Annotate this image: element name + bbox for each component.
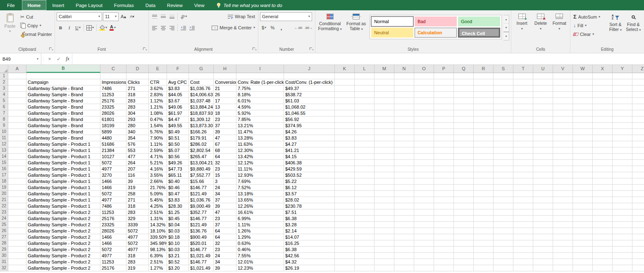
cell-X30[interactable] [593,253,613,259]
cell-X14[interactable] [593,154,613,160]
cell-X6[interactable] [593,104,613,110]
cell-J15[interactable]: $406.38 [284,160,335,166]
cell-E21[interactable]: 5.45% [149,197,167,203]
cell-J20[interactable]: $3.57 [284,191,335,197]
cell-L30[interactable] [355,253,374,259]
cell-F8[interactable]: $4.47 [167,116,189,123]
cell-C30[interactable]: 4977 [100,253,126,259]
cell-G26[interactable]: $136.76 [189,228,214,234]
cell-R6[interactable] [474,104,494,110]
cell-R32[interactable] [474,265,494,271]
cell-R28[interactable] [474,240,494,247]
cell-W32[interactable] [573,265,593,271]
cell-J27[interactable]: $14.07 [284,234,335,240]
cell-C15[interactable]: 5072 [100,160,126,166]
cell-K16[interactable] [335,166,355,172]
cell-I29[interactable]: 0.46% [236,247,284,253]
cell-C31[interactable]: 11253 [100,259,126,265]
row-header-13[interactable]: 13 [0,147,8,154]
cell-L6[interactable] [355,104,374,110]
cell-X10[interactable] [593,129,613,135]
cell-P25[interactable] [434,222,454,228]
cell-C4[interactable]: 11253 [100,92,126,98]
cell-D11[interactable]: 354 [126,135,149,141]
cell-G3[interactable]: $1,036.76 [189,85,214,92]
cell-G21[interactable]: $1,036.76 [189,197,214,203]
cell-Z24[interactable] [632,216,644,222]
cell-Y31[interactable] [613,259,632,265]
cell-Z12[interactable] [632,141,644,147]
cell-G1[interactable] [189,73,214,79]
cell-Q28[interactable] [454,240,474,247]
cell-T19[interactable] [513,185,533,191]
cell-Q23[interactable] [454,209,474,216]
cell-D19[interactable]: 319 [126,185,149,191]
cell-A16[interactable] [8,166,26,172]
cell-R3[interactable] [474,85,494,92]
format-painter-button[interactable]: Format Painter [19,30,53,38]
cell-W18[interactable] [573,178,593,185]
cell-Y23[interactable] [613,209,632,216]
cell-A1[interactable] [8,73,26,79]
cell-P11[interactable] [434,135,454,141]
cell-F5[interactable]: $3.67 [167,98,189,104]
cell-W21[interactable] [573,197,593,203]
tab-page-layout[interactable]: Page Layout [70,0,108,10]
cell-E24[interactable]: 1.31% [149,216,167,222]
cell-Z25[interactable] [632,222,644,228]
cell-X24[interactable] [593,216,613,222]
enter-button[interactable]: ✓ [54,53,63,64]
column-header-R[interactable]: R [474,65,494,73]
cell-A20[interactable] [8,191,26,197]
cell-X5[interactable] [593,98,613,104]
cell-P31[interactable] [434,259,454,265]
cell-J1[interactable] [284,73,335,79]
cell-P10[interactable] [434,129,454,135]
percent-style-button[interactable]: % [269,24,277,32]
cell-W23[interactable] [573,209,593,216]
cell-A31[interactable] [8,259,26,265]
cell-F31[interactable]: $0.52 [167,259,189,265]
copy-button[interactable]: Copy ▾ [19,21,53,30]
cell-L22[interactable] [355,203,374,209]
cell-K5[interactable] [335,98,355,104]
cell-Z4[interactable] [632,92,644,98]
cell-X13[interactable] [593,147,613,154]
cell-P5[interactable] [434,98,454,104]
cell-Y21[interactable] [613,197,632,203]
cell-J12[interactable]: $4.27 [284,141,335,147]
cell-C14[interactable]: 10127 [100,154,126,160]
sort-filter-button[interactable]: AZ Sort & Filter ▾ [606,12,624,46]
cell-G28[interactable]: $520.01 [189,240,214,247]
cell-R19[interactable] [474,185,494,191]
cell-K11[interactable] [335,135,355,141]
cell-U23[interactable] [533,209,553,216]
cell-Q2[interactable] [454,79,474,85]
cell-Q7[interactable] [454,110,474,116]
cell-E31[interactable]: 2.51% [149,259,167,265]
cell-W17[interactable] [573,172,593,178]
cell-F23[interactable]: $1.25 [167,209,189,216]
cell-E23[interactable]: 2.51% [149,209,167,216]
cell-S31[interactable] [494,259,513,265]
cell-Y2[interactable] [613,79,632,85]
cell-L21[interactable] [355,197,374,203]
cell-V8[interactable] [553,116,573,123]
cell-S14[interactable] [494,154,513,160]
cell-F11[interactable]: $0.51 [167,135,189,141]
cell-R14[interactable] [474,154,494,160]
cell-I12[interactable]: 11.63% [236,141,284,147]
cell-A3[interactable] [8,85,26,92]
cell-Z22[interactable] [632,203,644,209]
cell-E28[interactable]: 345.98% [149,240,167,247]
cell-G30[interactable]: $1,021.49 [189,253,214,259]
tab-data[interactable]: Data [140,0,161,10]
cell-V13[interactable] [553,147,573,154]
cell-I15[interactable]: 12.12% [236,160,284,166]
cell-T25[interactable] [513,222,533,228]
cell-L17[interactable] [355,172,374,178]
cell-N22[interactable] [394,203,414,209]
increase-font-size-button[interactable]: A▴ [119,12,127,21]
cell-H23[interactable]: 47 [214,209,236,216]
cell-B18[interactable]: Gallantway Sample - Product 1 [26,178,100,185]
